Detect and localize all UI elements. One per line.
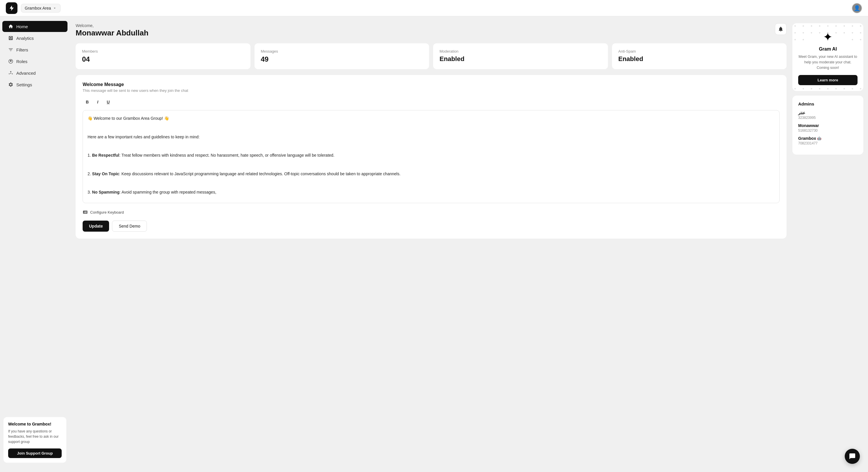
bell-button[interactable] <box>775 23 786 35</box>
robot-badge: 🤖 <box>817 136 822 140</box>
send-demo-button[interactable]: Send Demo <box>112 221 147 232</box>
svg-point-6 <box>843 25 845 27</box>
sidebar-item-label-advanced: Advanced <box>16 71 36 75</box>
layout: Home Analytics Filters Roles Advanced Se… <box>0 16 868 472</box>
svg-point-29 <box>852 88 853 90</box>
admins-title: Admins <box>798 101 858 106</box>
admin-item-0: عنتر 323823995 <box>798 110 858 120</box>
logo-box[interactable] <box>6 2 18 14</box>
configure-keyboard[interactable]: Configure Keyboard <box>83 207 780 217</box>
admin-id-2: 7082331477 <box>798 141 858 145</box>
sidebar-item-label-home: Home <box>16 24 28 29</box>
join-support-group-button[interactable]: Join Support Group <box>8 448 62 458</box>
admin-name-0: عنتر <box>798 110 858 115</box>
page-header: Welcome, Monawwar Abdullah <box>75 23 786 37</box>
svg-point-8 <box>860 25 861 27</box>
topbar-left: Grambox Area <box>6 2 61 14</box>
italic-button[interactable]: I <box>93 97 102 107</box>
msg-line-3: Here are a few important rules and guide… <box>88 134 775 141</box>
msg-line-9: 3. No Spamming: Avoid spamming the group… <box>88 189 775 196</box>
topbar-right: 👤 <box>852 3 862 13</box>
stat-label-antispam: Anti-Spam <box>618 49 780 54</box>
editor-toolbar: B I U <box>83 97 780 107</box>
update-button[interactable]: Update <box>83 221 109 232</box>
welcome-message-subtitle: This message will be sent to new users w… <box>83 88 780 93</box>
sidebar-item-label-roles: Roles <box>16 59 27 64</box>
workspace-selector[interactable]: Grambox Area <box>21 4 61 12</box>
configure-keyboard-label: Configure Keyboard <box>90 210 124 214</box>
stat-card-moderation: Moderation Enabled <box>433 43 608 69</box>
chat-icon <box>849 453 856 460</box>
svg-point-1 <box>803 25 804 27</box>
main-content: Welcome, Monawwar Abdullah Members 04 Me… <box>70 16 793 472</box>
msg-line-4 <box>88 143 775 150</box>
msg-line-2 <box>88 124 775 131</box>
sidebar: Home Analytics Filters Roles Advanced Se… <box>0 16 70 472</box>
sidebar-item-roles[interactable]: Roles <box>2 56 67 67</box>
welcome-block: Welcome, Monawwar Abdullah <box>75 23 148 37</box>
svg-point-7 <box>852 25 853 27</box>
svg-point-22 <box>795 88 796 90</box>
page-title: Monawwar Abdullah <box>75 29 148 37</box>
admin-name-2: Grambox 🤖 <box>798 136 858 141</box>
welcome-card-text: If you have any questions or feedbacks, … <box>8 429 62 444</box>
svg-point-17 <box>860 32 861 33</box>
svg-point-9 <box>795 32 796 33</box>
roles-icon <box>8 59 13 64</box>
stat-label-moderation: Moderation <box>439 49 601 54</box>
welcome-prefix: Welcome, <box>75 23 148 28</box>
sidebar-item-home[interactable]: Home <box>2 21 67 32</box>
advanced-icon <box>8 70 13 75</box>
svg-point-30 <box>860 88 861 90</box>
svg-point-2 <box>811 25 812 27</box>
msg-line-7: 2. Stay On Topic: Keep discussions relev… <box>88 171 775 177</box>
right-panel: ✦ Gram AI Meet Gram, your new AI assista… <box>793 16 868 472</box>
sparkle-icon: ✦ <box>798 30 858 43</box>
sidebar-item-settings[interactable]: Settings <box>2 79 67 90</box>
sidebar-item-advanced[interactable]: Advanced <box>2 67 67 78</box>
welcome-message-section: Welcome Message This message will be sen… <box>75 75 786 239</box>
msg-line-1: 👋 Welcome to our Grambox Area Group! 👋 <box>88 115 775 122</box>
stats-row: Members 04 Messages 49 Moderation Enable… <box>75 43 786 69</box>
sidebar-item-label-analytics: Analytics <box>16 36 34 41</box>
svg-point-27 <box>835 88 837 90</box>
admin-id-1: 5168132730 <box>798 129 858 133</box>
stat-value-moderation: Enabled <box>439 55 601 63</box>
chevron-down-icon <box>53 6 57 10</box>
svg-point-25 <box>819 88 820 90</box>
bold-button[interactable]: B <box>83 97 92 107</box>
gram-ai-description: Meet Gram, your new AI assistant to help… <box>798 54 858 70</box>
keyboard-icon <box>83 209 88 215</box>
svg-point-0 <box>795 25 796 27</box>
action-row: Update Send Demo <box>83 221 780 232</box>
admin-name-1: Monawwar <box>798 123 858 128</box>
bell-icon <box>778 26 784 32</box>
workspace-name: Grambox Area <box>25 6 51 10</box>
gram-ai-card: ✦ Gram AI Meet Gram, your new AI assista… <box>793 23 863 91</box>
lightning-icon <box>8 5 15 11</box>
svg-point-26 <box>827 88 829 90</box>
sidebar-item-label-filters: Filters <box>16 47 28 52</box>
learn-more-button[interactable]: Learn more <box>798 75 858 85</box>
stat-card-members: Members 04 <box>75 43 250 69</box>
underline-button[interactable]: U <box>103 97 113 107</box>
topbar: Grambox Area 👤 <box>0 0 868 16</box>
stat-card-antispam: Anti-Spam Enabled <box>612 43 787 69</box>
welcome-message-title: Welcome Message <box>83 82 780 87</box>
msg-line-6 <box>88 161 775 168</box>
sidebar-item-filters[interactable]: Filters <box>2 44 67 55</box>
stat-value-members: 04 <box>82 55 244 63</box>
welcome-card: Welcome to Grambox! If you have any ques… <box>3 417 66 463</box>
admins-card: Admins عنتر 323823995 Monawwar 516813273… <box>793 96 863 155</box>
filters-icon <box>8 47 13 52</box>
msg-line-5: 1. Be Respectful: Treat fellow members w… <box>88 152 775 159</box>
stat-value-messages: 49 <box>261 55 423 63</box>
svg-point-5 <box>835 25 837 27</box>
svg-point-23 <box>803 88 804 90</box>
welcome-card-title: Welcome to Grambox! <box>8 422 62 426</box>
message-editor[interactable]: 👋 Welcome to our Grambox Area Group! 👋 H… <box>83 110 780 203</box>
chat-fab[interactable] <box>845 449 860 464</box>
avatar[interactable]: 👤 <box>852 3 862 13</box>
sidebar-item-analytics[interactable]: Analytics <box>2 33 67 43</box>
stat-card-messages: Messages 49 <box>254 43 429 69</box>
